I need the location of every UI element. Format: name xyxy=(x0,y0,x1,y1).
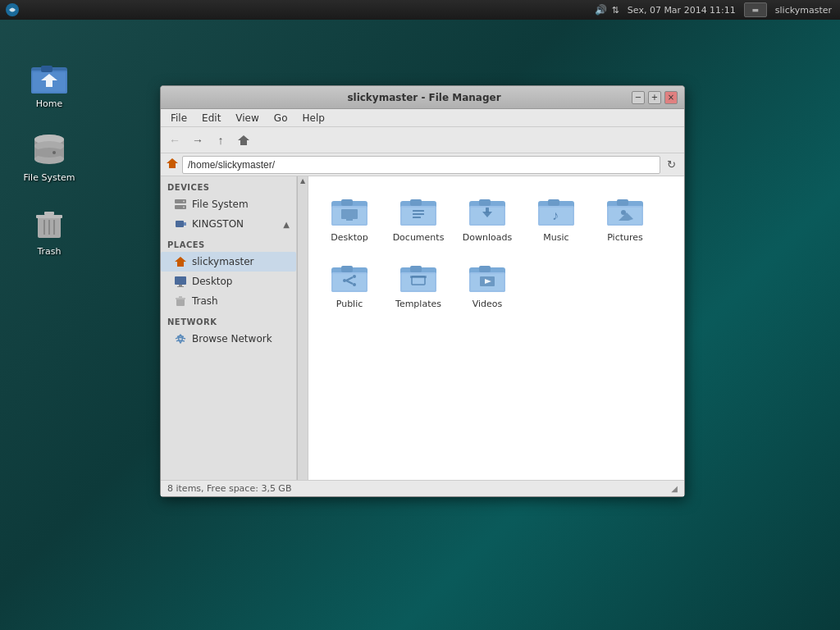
sidebar: DEVICES File System KINGSTON ▲ xyxy=(161,176,297,480)
filesystem-sidebar-icon xyxy=(174,198,187,211)
desktop-icon-trash-label: Trash xyxy=(37,246,61,257)
svg-rect-61 xyxy=(617,199,628,206)
sidebar-item-desktop-label: Desktop xyxy=(192,276,233,287)
taskbar-right: 🔊 ⇅ Sex, 07 Mar 2014 11:11 ▬ slickymaste… xyxy=(595,2,840,17)
taskbar-system-icons: 🔊 ⇅ xyxy=(595,4,619,16)
sidebar-section-devices: DEVICES xyxy=(161,176,296,194)
taskbar-left xyxy=(0,2,26,17)
sidebar-item-desktop[interactable]: Desktop xyxy=(161,272,296,291)
eject-button[interactable]: ▲ xyxy=(283,220,290,229)
sidebar-item-filesystem-label: File System xyxy=(192,199,249,210)
menu-go[interactable]: Go xyxy=(267,111,294,126)
svg-rect-27 xyxy=(184,222,186,226)
svg-marker-28 xyxy=(175,257,186,267)
statusbar: 8 items, Free space: 3,5 GB ◢ xyxy=(161,480,684,496)
content-area: DEVICES File System KINGSTON ▲ xyxy=(161,176,684,480)
menu-edit[interactable]: Edit xyxy=(195,111,227,126)
svg-rect-45 xyxy=(413,210,424,212)
svg-point-13 xyxy=(52,151,56,154)
back-button[interactable]: ← xyxy=(164,130,185,150)
svg-rect-33 xyxy=(176,298,185,299)
taskbar-display-icon[interactable]: ▬ xyxy=(744,2,767,17)
sidebar-item-trash-label: Trash xyxy=(192,295,218,307)
svg-rect-15 xyxy=(36,215,62,218)
taskbar-logo-icon xyxy=(5,2,20,17)
sidebar-item-filesystem[interactable]: File System xyxy=(161,194,296,214)
svg-rect-16 xyxy=(44,212,54,215)
pictures-folder-icon xyxy=(605,189,645,229)
forward-button[interactable]: → xyxy=(187,130,208,150)
svg-rect-56 xyxy=(548,199,559,206)
close-button[interactable]: × xyxy=(664,91,678,104)
addressbar: ↻ xyxy=(161,153,684,176)
file-area: Desktop Documents xyxy=(308,176,684,480)
svg-rect-26 xyxy=(176,221,184,227)
home-sidebar-icon xyxy=(174,255,187,268)
minimize-button[interactable]: − xyxy=(632,91,645,104)
window-controls: − + × xyxy=(632,91,678,104)
file-item-downloads[interactable]: Downloads xyxy=(454,185,520,248)
file-item-public-label: Public xyxy=(336,299,363,309)
trash-icon xyxy=(30,203,69,243)
menu-view[interactable]: View xyxy=(229,111,265,126)
svg-rect-67 xyxy=(341,266,353,272)
sidebar-item-kingston-label: KINGSTON xyxy=(192,218,244,230)
svg-marker-21 xyxy=(167,158,178,168)
file-item-desktop[interactable]: Desktop xyxy=(317,185,382,248)
svg-rect-74 xyxy=(410,266,422,272)
svg-rect-29 xyxy=(175,276,186,285)
file-item-videos[interactable]: Videos xyxy=(454,251,520,314)
resize-handle[interactable]: ◢ xyxy=(671,484,678,493)
svg-rect-40 xyxy=(346,219,353,221)
svg-point-69 xyxy=(343,279,346,282)
kingston-sidebar-icon xyxy=(174,217,187,231)
file-item-documents[interactable]: Documents xyxy=(386,185,451,248)
refresh-button[interactable]: ↻ xyxy=(664,157,679,172)
desktop-icon-home-label: Home xyxy=(36,98,62,109)
sidebar-item-slickymaster[interactable]: slickymaster xyxy=(161,252,296,272)
file-item-public[interactable]: Public xyxy=(317,251,382,314)
file-item-downloads-label: Downloads xyxy=(463,232,512,243)
svg-rect-31 xyxy=(177,286,184,287)
svg-text:♪: ♪ xyxy=(552,208,559,222)
volume-icon[interactable]: 🔊 xyxy=(595,4,607,16)
sidebar-item-kingston[interactable]: KINGSTON ▲ xyxy=(161,214,296,234)
downloads-folder-icon xyxy=(468,189,507,229)
home-button[interactable] xyxy=(233,130,254,150)
sidebar-item-browse-network-label: Browse Network xyxy=(192,333,272,345)
svg-rect-37 xyxy=(341,199,353,206)
svg-marker-20 xyxy=(238,135,249,145)
menu-help[interactable]: Help xyxy=(295,111,331,126)
file-item-music[interactable]: ♪ Music xyxy=(523,185,589,248)
sidebar-scrollbar[interactable]: ▲ xyxy=(297,176,308,480)
menu-file[interactable]: File xyxy=(164,111,194,126)
up-button[interactable]: ↑ xyxy=(210,130,231,150)
file-item-pictures-label: Pictures xyxy=(607,232,643,243)
toolbar: ← → ↑ xyxy=(161,127,684,153)
public-folder-icon xyxy=(330,256,369,295)
file-item-pictures[interactable]: Pictures xyxy=(592,185,658,248)
desktop-sidebar-icon xyxy=(174,275,187,288)
taskbar-username: slickymaster xyxy=(775,5,832,16)
statusbar-text: 8 items, Free space: 3,5 GB xyxy=(167,483,291,494)
file-item-music-label: Music xyxy=(543,232,568,243)
desktop-icon-filesystem[interactable]: File System xyxy=(16,126,82,186)
desktop-folder-icon xyxy=(330,189,369,229)
desktop: Home File System xyxy=(0,20,840,630)
sidebar-section-network: NETWORK xyxy=(161,311,296,329)
svg-rect-39 xyxy=(341,209,358,219)
svg-rect-80 xyxy=(479,266,491,272)
sidebar-item-browse-network[interactable]: Browse Network xyxy=(161,329,296,349)
network-icon[interactable]: ⇅ xyxy=(612,5,619,16)
svg-rect-77 xyxy=(410,276,427,278)
maximize-button[interactable]: + xyxy=(648,91,661,104)
address-input[interactable] xyxy=(182,156,660,174)
file-item-templates[interactable]: Templates xyxy=(386,251,451,314)
desktop-icon-home[interactable]: Home xyxy=(16,52,82,112)
desktop-icon-trash[interactable]: Trash xyxy=(16,200,82,260)
home-folder-icon xyxy=(30,56,69,95)
svg-point-24 xyxy=(183,201,185,203)
svg-point-71 xyxy=(353,283,356,286)
window-titlebar: slickymaster - File Manager − + × xyxy=(161,86,684,109)
sidebar-item-trash[interactable]: Trash xyxy=(161,291,296,311)
